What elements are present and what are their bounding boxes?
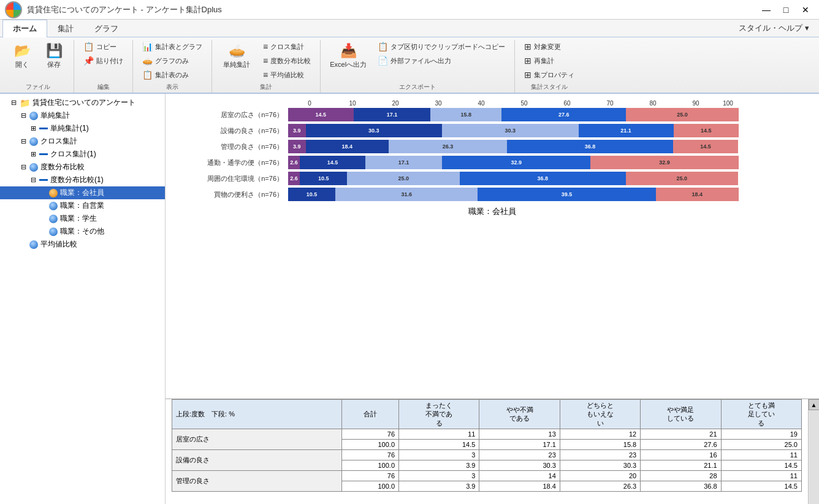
re-aggregate-button[interactable]: ⊞ 再集計: [520, 54, 579, 67]
seg-3-2: 18.4: [306, 140, 389, 153]
scrollbar[interactable]: ▲ ▼: [808, 399, 819, 504]
cell-1-2-count: 13: [479, 429, 560, 439]
simple-aggregate-button[interactable]: 🥧 単純集計: [217, 40, 256, 72]
aggregate-properties-button[interactable]: ⊞ 集プロパティ: [520, 68, 579, 82]
row-label-3: 管理の良さ: [172, 470, 342, 491]
table-graph-button[interactable]: 📊 集計表とグラフ: [138, 40, 207, 53]
cell-3-4-pct: 36.8: [641, 481, 721, 491]
copy-icon: 📋: [83, 42, 94, 52]
tab-graph[interactable]: グラフ: [84, 20, 129, 37]
tree-simple1-label: 単純集計(1): [50, 123, 89, 134]
seg-5-1: 2.6: [288, 172, 300, 185]
cell-2-5-pct: 14.5: [721, 460, 801, 470]
target-change-button[interactable]: ⊞ 対象変更: [520, 40, 579, 53]
tree-freq1[interactable]: ⊟ 度数分布比較(1): [0, 174, 165, 186]
axis-10: 10: [331, 100, 374, 107]
tab-aggregate[interactable]: 集計: [47, 20, 84, 37]
tree-cross1[interactable]: ⊞ クロス集計(1): [0, 148, 165, 161]
table-graph-icon: 📊: [142, 42, 153, 52]
paste-icon: 📌: [83, 56, 94, 66]
tab-home[interactable]: ホーム: [2, 20, 47, 37]
bar-track-2: 3.9 30.3 30.3 21.1 14.5: [288, 124, 739, 137]
cell-3-3-pct: 26.3: [560, 481, 640, 491]
open-button[interactable]: 📂 開く: [7, 40, 37, 72]
axis-70: 70: [589, 100, 631, 107]
bar-row-2: 設備の良さ（n=76） 3.9 30.3 30.3 21.1 14.5: [178, 124, 807, 137]
cross-aggregate-button[interactable]: ≡ クロス集計: [259, 40, 315, 53]
edit-buttons: 📋 コピー 📌 貼り付け: [79, 40, 128, 82]
minimize-button[interactable]: —: [758, 3, 775, 17]
tree-simple1[interactable]: ⊞ 単純集計(1): [0, 122, 165, 135]
seg-2-5: 14.5: [674, 124, 739, 137]
seg-1-3: 15.8: [430, 108, 501, 121]
aggregate-buttons: 🥧 単純集計 ≡ クロス集計 ≡ 度数分布比較 ≡ 平均値比較: [217, 40, 315, 82]
tree-avg[interactable]: 平均値比較: [0, 238, 165, 251]
scroll-track[interactable]: [809, 410, 819, 504]
style-help-menu[interactable]: スタイル・ヘルプ ▾: [731, 20, 817, 37]
bar-label-1: 居室の広さ（n=76）: [178, 110, 288, 120]
tree-self[interactable]: 職業：自営業: [0, 199, 165, 212]
external-file-button[interactable]: 📄 外部ファイルへ出力: [373, 54, 509, 67]
freq-dist-button[interactable]: ≡ 度数分布比較: [259, 54, 315, 67]
tree-freq[interactable]: ⊟ 度数分布比較: [0, 161, 165, 174]
save-button[interactable]: 💾 保存: [39, 40, 69, 72]
ribbon-tabs: ホーム 集計 グラフ スタイル・ヘルプ ▾: [0, 20, 819, 37]
cell-1-1-pct: 14.5: [399, 439, 479, 449]
view-group-label: 表示: [138, 83, 207, 91]
export-group-label: エクスポート: [326, 83, 509, 91]
title-bar-controls: — □ ✕: [758, 3, 814, 17]
table-wrapper: 上段:度数 下段: % 合計 まったく不満である やや不満である どちらともいえ…: [166, 399, 819, 504]
cell-3-2-pct: 18.4: [479, 481, 560, 491]
tree-other[interactable]: 職業：その他: [0, 225, 165, 238]
seg-4-1: 2.6: [288, 156, 300, 169]
copy-button[interactable]: 📋 コピー: [79, 40, 128, 53]
bar-row-3: 管理の良さ（n=76） 3.9 18.4 26.3 36.8 14.5: [178, 140, 807, 153]
cell-1-5-pct: 25.0: [721, 439, 801, 449]
col-header-4: やや満足している: [641, 400, 721, 429]
seg-5-3: 25.0: [347, 172, 460, 185]
tree-student[interactable]: 職業：学生: [0, 212, 165, 225]
tree-cross[interactable]: ⊟ クロス集計: [0, 135, 165, 148]
cross-agg-icon: ≡: [263, 42, 268, 52]
tree-root[interactable]: ⊟ 📁 賃貸住宅についてのアンケート: [0, 96, 165, 109]
main-layout: ⊟ 📁 賃貸住宅についてのアンケート ⊟ 単純集計 ⊞ 単純集計(1) ⊟ クロ…: [0, 94, 819, 504]
aggregate-group-label: 集計: [217, 83, 315, 91]
table-row-2: 設備の良さ 76 3 23 23 16 11: [172, 449, 802, 460]
axis-60: 60: [546, 100, 589, 107]
clipboard-copy-button[interactable]: 📋 タブ区切りでクリップボードへコピー: [373, 40, 509, 53]
expand-freq-icon: ⊟: [20, 163, 27, 171]
cell-2-5-count: 11: [721, 449, 801, 460]
table-container[interactable]: 上段:度数 下段: % 合計 まったく不満である やや不満である どちらともいえ…: [172, 399, 802, 504]
col-header-1: まったく不満である: [399, 400, 479, 429]
ball-avg: [29, 240, 38, 249]
scroll-up-button[interactable]: ▲: [809, 399, 820, 410]
seg-2-2: 30.3: [306, 124, 442, 137]
style-buttons: ⊞ 対象変更 ⊞ 再集計 ⊞ 集プロパティ: [520, 40, 579, 82]
cell-3-1-pct: 3.9: [399, 481, 479, 491]
chart-container[interactable]: 0 10 20 30 40 50 60 70 80 90 100 居室の広さ（n…: [166, 94, 819, 399]
close-button[interactable]: ✕: [797, 3, 814, 17]
tree-simple[interactable]: ⊟ 単純集計: [0, 109, 165, 122]
graph-only-button[interactable]: 🥧 グラフのみ: [138, 54, 207, 67]
paste-button[interactable]: 📌 貼り付け: [79, 54, 128, 67]
cell-1-3-count: 12: [560, 429, 640, 439]
tree-company[interactable]: 職業：会社員: [0, 186, 165, 199]
ribbon-group-aggregate: 🥧 単純集計 ≡ クロス集計 ≡ 度数分布比較 ≡ 平均値比較: [212, 40, 321, 93]
expand-freq1-icon: ⊟: [29, 176, 37, 184]
cell-2-3-count: 23: [560, 449, 640, 460]
tree-freq1-label: 度数分布比較(1): [50, 175, 104, 185]
avg-compare-button[interactable]: ≡ 平均値比較: [259, 68, 315, 82]
seg-1-5: 25.0: [626, 108, 739, 121]
cell-2-total-count: 76: [341, 449, 398, 460]
maximize-button[interactable]: □: [777, 3, 794, 17]
axis-100: 100: [717, 100, 739, 107]
dash-cross1: [39, 153, 48, 155]
table-row: 居室の広さ 76 11 13 12 21 19: [172, 429, 802, 439]
seg-6-2: 10.5: [288, 188, 335, 201]
ball-cross: [29, 137, 38, 146]
target-icon: ⊞: [524, 42, 531, 52]
excel-export-button[interactable]: 📥 Excelへ出力: [326, 40, 371, 72]
table-only-button[interactable]: 📋 集計表のみ: [138, 68, 207, 82]
ribbon-group-file: 📂 開く 💾 保存 ファイル: [2, 40, 74, 93]
dash-simple1: [39, 128, 48, 129]
